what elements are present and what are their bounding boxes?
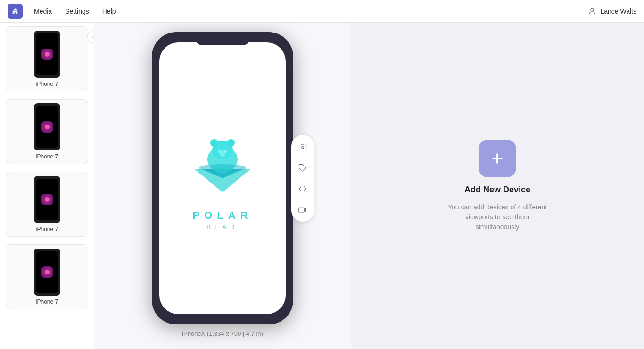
device-thumbnail-2: [34, 103, 60, 150]
code-icon: [298, 184, 307, 193]
svg-point-9: [210, 139, 218, 147]
add-device-section: Add New Device You can add devices of 4 …: [446, 140, 549, 232]
polar-bear-graphic: [185, 126, 260, 202]
device-full-label: iPhoneX (1,334 x 750 | 4.7 in): [182, 330, 263, 337]
phone-screen: POLAR BEAR: [159, 42, 286, 314]
nav-media[interactable]: Media: [34, 8, 52, 15]
svg-point-13: [220, 153, 225, 157]
phone-toolbar: [291, 135, 314, 222]
user-circle-icon: [588, 7, 596, 16]
device-label-4: iPhone 7: [36, 299, 58, 305]
user-menu[interactable]: Lance Walts: [588, 7, 636, 16]
camera-icon: [298, 143, 307, 151]
svg-point-11: [218, 150, 222, 153]
annotate-button[interactable]: [295, 160, 310, 175]
top-nav: Media Settings Help Lance Walts: [0, 0, 644, 23]
svg-rect-18: [299, 208, 304, 212]
device-thumbnail-4: [34, 249, 60, 296]
svg-point-4: [45, 270, 50, 274]
device-thumbnail-1: [34, 31, 60, 78]
sidebar: « iPhone 7 iPhone 7: [0, 23, 94, 349]
record-button[interactable]: [295, 202, 310, 217]
screenshot-button[interactable]: [295, 140, 310, 155]
device-info: iPhoneX (1,334 x 750 | 4.7 in): [182, 330, 263, 337]
nav-settings[interactable]: Settings: [65, 8, 89, 15]
device-label-2: iPhone 7: [36, 153, 58, 160]
app-icon-2: [41, 121, 53, 133]
add-device-title: Add New Device: [464, 185, 530, 195]
right-panel: Add New Device You can add devices of 4 …: [351, 23, 644, 349]
device-thumbnail-3: [34, 176, 60, 223]
device-label-1: iPhone 7: [36, 81, 58, 87]
inspect-button[interactable]: [295, 181, 310, 196]
logo-button[interactable]: [8, 4, 23, 19]
svg-point-1: [45, 52, 50, 57]
app-icon-3: [41, 194, 53, 205]
svg-point-14: [199, 164, 246, 172]
app-icon-1: [41, 49, 53, 60]
video-icon: [298, 205, 307, 214]
app-sub-text: BEAR: [206, 224, 238, 231]
device-card-1[interactable]: iPhone 7: [6, 26, 88, 91]
svg-point-10: [227, 139, 235, 147]
add-device-description: You can add devices of 4 different viewp…: [446, 202, 549, 232]
app-icon-4: [41, 266, 53, 278]
svg-point-16: [302, 147, 304, 149]
home-icon: [11, 7, 19, 16]
main-layout: « iPhone 7 iPhone 7: [0, 23, 644, 349]
sidebar-collapse-button[interactable]: «: [87, 30, 94, 43]
tag-icon: [298, 164, 307, 172]
device-label-3: iPhone 7: [36, 226, 58, 233]
plus-icon: [489, 150, 506, 167]
device-card-3[interactable]: iPhone 7: [6, 172, 88, 237]
svg-point-2: [45, 125, 50, 129]
nav-links: Media Settings Help: [34, 8, 588, 15]
user-name: Lance Walts: [600, 8, 636, 15]
app-content: POLAR BEAR: [185, 126, 260, 231]
phone-frame: POLAR BEAR: [152, 32, 293, 324]
svg-point-3: [45, 197, 50, 202]
app-name-text: POLAR: [193, 209, 253, 222]
center-panel: POLAR BEAR: [94, 23, 351, 349]
svg-point-0: [591, 8, 594, 11]
svg-rect-15: [299, 145, 306, 150]
phone-mockup: POLAR BEAR: [152, 32, 293, 324]
svg-point-12: [223, 150, 227, 153]
add-device-button[interactable]: [479, 140, 516, 177]
device-card-4[interactable]: iPhone 7: [6, 244, 88, 309]
device-card-2[interactable]: iPhone 7: [6, 99, 88, 164]
nav-help[interactable]: Help: [102, 8, 116, 15]
